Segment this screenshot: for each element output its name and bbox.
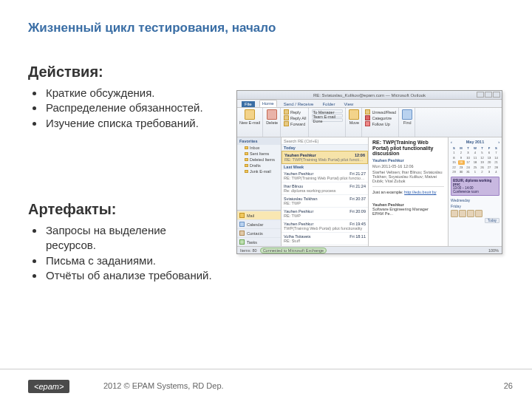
- nav-folder-inbox[interactable]: Inbox: [237, 145, 281, 151]
- calendar-day[interactable]: 13: [486, 155, 493, 160]
- unread-read-button[interactable]: Unread/Read: [365, 109, 396, 115]
- calendar-day[interactable]: 11: [472, 155, 479, 160]
- nav-contacts-button[interactable]: Contacts: [237, 228, 281, 237]
- find-button[interactable]: Find: [402, 109, 412, 125]
- avatar: [451, 210, 458, 217]
- day-label: Friday: [451, 204, 499, 208]
- window-controls[interactable]: [477, 92, 500, 98]
- reading-link[interactable]: http://edu.bsuir.by: [404, 190, 436, 194]
- quickstep[interactable]: To Manager: [312, 109, 343, 113]
- calendar-day[interactable]: 22: [451, 165, 457, 169]
- calendar-day[interactable]: 7: [493, 151, 499, 155]
- calendar-day[interactable]: 1: [472, 170, 479, 174]
- calendar-day[interactable]: 12: [479, 155, 485, 160]
- calendar-day[interactable]: 21: [493, 160, 499, 165]
- list-group-header[interactable]: Last Week: [282, 164, 368, 170]
- calendar-day[interactable]: 19: [479, 160, 485, 165]
- message-item[interactable]: Yauhen PeshkurFri 19:45TWP(Training Web …: [282, 220, 368, 233]
- calendar-day[interactable]: 3: [486, 170, 493, 174]
- quickstep[interactable]: Team E-mail: [312, 114, 343, 117]
- message-item[interactable]: Ihar BlinouFri 21:24Re: diploma working …: [282, 183, 368, 195]
- slide-title: Жизненный цикл тестирования, начало: [28, 21, 276, 35]
- calendar-day[interactable]: 23: [458, 165, 465, 169]
- reply-button[interactable]: Reply: [284, 109, 306, 115]
- nav-calendar-button[interactable]: Calendar: [237, 219, 281, 228]
- nav-favorites-header[interactable]: Favorites: [237, 137, 281, 145]
- nav-tasks-button[interactable]: Tasks: [237, 237, 281, 246]
- calendar-day[interactable]: 1: [451, 151, 457, 155]
- calendar-day[interactable]: 10: [465, 155, 471, 160]
- follow-up-button[interactable]: Follow Up: [365, 121, 396, 126]
- calendar-day[interactable]: 14: [493, 155, 499, 160]
- status-connected: Connected to Microsoft Exchange: [260, 248, 327, 253]
- tab-file[interactable]: File: [242, 101, 255, 107]
- calendar-dow: T: [479, 146, 485, 150]
- search-input[interactable]: Search RE (Ctrl+E): [282, 137, 368, 145]
- calendar-day[interactable]: 15: [451, 160, 457, 165]
- calendar-dow: M: [458, 146, 465, 150]
- calendar-day[interactable]: 24: [465, 165, 471, 169]
- actions-heading: Действия:: [28, 64, 103, 81]
- calendar-day[interactable]: 8: [451, 155, 457, 160]
- calendar-day[interactable]: 9: [458, 155, 465, 160]
- avatar: [459, 210, 466, 217]
- categorize-button[interactable]: Categorize: [365, 115, 396, 120]
- tab-send-receive[interactable]: Send / Receive: [282, 101, 316, 107]
- list-item: Распределение обязанностей.: [44, 100, 213, 115]
- next-month-icon[interactable]: ›: [498, 140, 499, 144]
- calendar-day[interactable]: 31: [465, 170, 471, 174]
- nav-folder-deleted[interactable]: Deleted Items: [237, 157, 281, 163]
- calendar-day[interactable]: 2: [479, 170, 485, 174]
- reading-body: Just an example: http://edu.bsuir.by: [372, 190, 444, 195]
- calendar-day[interactable]: 4: [472, 151, 479, 155]
- calendar-day[interactable]: 18: [472, 160, 479, 165]
- calendar-day[interactable]: 6: [486, 151, 493, 155]
- prev-month-icon[interactable]: ‹: [451, 140, 452, 144]
- tab-home[interactable]: Home: [259, 100, 277, 107]
- maximize-icon[interactable]: [485, 92, 492, 98]
- calendar-day[interactable]: 30: [458, 170, 465, 174]
- calendar-day[interactable]: 28: [493, 165, 499, 169]
- calendar-dow: S: [493, 146, 499, 150]
- message-item[interactable]: Yauhen PeshkurFri 21:27RE: TWP(Training …: [282, 170, 368, 183]
- minimize-icon[interactable]: [477, 92, 484, 98]
- reply-all-button[interactable]: Reply All: [284, 115, 306, 120]
- calendar-day[interactable]: 4: [493, 170, 499, 174]
- calendar-day[interactable]: 2: [458, 151, 465, 155]
- message-item[interactable]: Volha TsitavetsFri 18:11RE: Stuff: [282, 233, 368, 245]
- message-item[interactable]: Sviatoslau TsikhanFri 20:37RE: TWP: [282, 195, 368, 208]
- close-icon[interactable]: [493, 92, 500, 98]
- ribbon-group-move: Move: [347, 108, 362, 137]
- new-email-button[interactable]: New E-mail: [239, 109, 260, 125]
- message-item[interactable]: Yauhen Peshkur12:06RE: TWP(Training Web …: [282, 151, 368, 164]
- tab-view[interactable]: View: [341, 101, 355, 107]
- move-button[interactable]: Move: [349, 109, 359, 125]
- list-item: Запросы на выделение ресурсов.: [44, 223, 213, 253]
- calendar-header: ‹ May 2011 ›: [451, 140, 499, 144]
- nav-mail-button[interactable]: Mail: [237, 211, 281, 219]
- tab-folder[interactable]: Folder: [320, 101, 337, 107]
- message-item[interactable]: Yauhen PeshkurFri 20:09RE: TWP: [282, 208, 368, 220]
- delete-button[interactable]: Delete: [266, 109, 278, 125]
- calendar-day[interactable]: 5: [479, 151, 485, 155]
- calendar-grid[interactable]: SMTWTFS123456789101112131415161718192021…: [451, 146, 499, 174]
- today-button[interactable]: Today: [485, 218, 499, 223]
- calendar-day[interactable]: 17: [465, 160, 471, 165]
- ribbon-group-find: Find: [400, 108, 415, 137]
- calendar-day[interactable]: 26: [479, 165, 485, 169]
- calendar-day[interactable]: 29: [451, 170, 457, 174]
- nav-folder-drafts[interactable]: Drafts: [237, 163, 281, 168]
- calendar-day[interactable]: 27: [486, 165, 493, 169]
- forward-button[interactable]: Forward: [284, 121, 306, 126]
- calendar-day[interactable]: 16: [458, 160, 465, 165]
- quickstep[interactable]: Done: [312, 118, 343, 122]
- calendar-day[interactable]: 25: [472, 165, 479, 169]
- list-group-header[interactable]: Today: [282, 145, 368, 151]
- nav-folder-sent[interactable]: Sent Items: [237, 151, 281, 157]
- nav-folder-junk[interactable]: Junk E-mail: [237, 168, 281, 174]
- calendar-day[interactable]: 20: [486, 160, 493, 165]
- appointment[interactable]: BSUIR, diploma working proc 13:00 – 14:0…: [451, 177, 499, 196]
- calendar-day[interactable]: 3: [465, 151, 471, 155]
- ribbon-tabs[interactable]: File Home Send / Receive Folder View: [237, 100, 502, 108]
- reading-sent: Mon 2011-05-16 12:06: [372, 164, 444, 168]
